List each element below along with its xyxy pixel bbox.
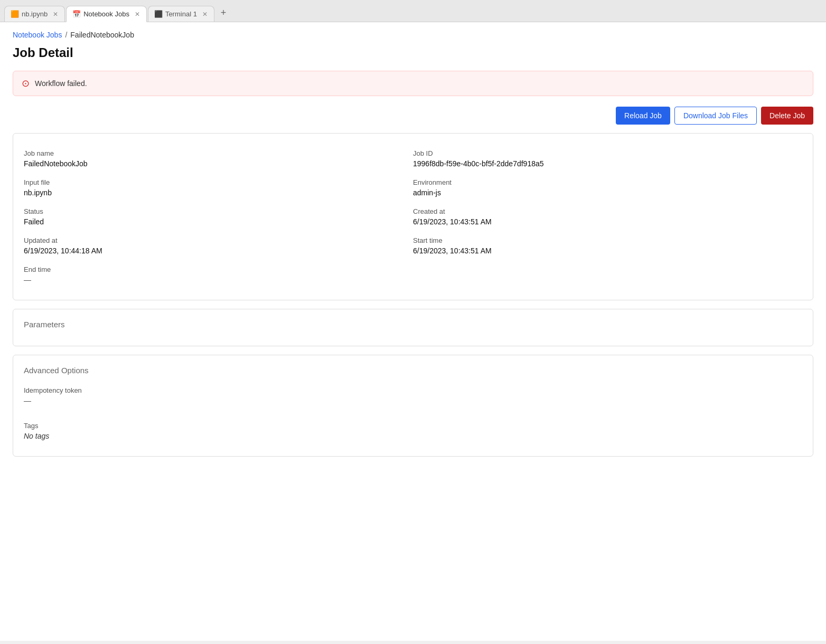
terminal-tab-icon: ⬛ [155,11,162,18]
page-title: Job Detail [0,43,826,71]
jobs-tab-label: Notebook Jobs [83,10,129,18]
breadcrumb: Notebook Jobs / FailedNotebookJob [0,22,826,43]
nb-tab-icon: 🟧 [11,11,18,18]
input-file-item: Input file nb.ipynb [24,173,413,202]
input-file-value: nb.ipynb [24,188,413,197]
job-detail-grid: Job name FailedNotebookJob Job ID 1996f8… [24,144,802,289]
status-item: Status Failed [24,202,413,231]
empty-slot [413,260,802,289]
advanced-options-title: Advanced Options [24,366,802,375]
jobs-tab-icon: 📅 [73,11,80,18]
page-content: Notebook Jobs / FailedNotebookJob Job De… [0,22,826,641]
nb-tab-close[interactable]: ✕ [53,11,58,18]
parameters-title: Parameters [24,320,802,329]
workflow-alert: ⊙ Workflow failed. [13,71,813,96]
end-time-value: — [24,276,413,284]
job-name-value: FailedNotebookJob [24,159,413,168]
start-time-label: Start time [413,236,802,244]
input-file-label: Input file [24,178,413,186]
job-id-item: Job ID 1996f8db-f59e-4b0c-bf5f-2dde7df91… [413,144,802,173]
end-time-label: End time [24,266,413,273]
environment-label: Environment [413,178,802,186]
end-time-item: End time — [24,260,413,289]
download-job-files-button[interactable]: Download Job Files [674,107,757,125]
idempotency-token-item: Idempotency token — [24,381,802,410]
add-tab-button[interactable]: + [215,4,232,22]
job-id-label: Job ID [413,149,802,157]
tab-bar: 🟧 nb.ipynb ✕ 📅 Notebook Jobs ✕ ⬛ Termina… [0,0,826,22]
created-at-value: 6/19/2023, 10:43:51 AM [413,217,802,226]
idempotency-token-value: — [24,396,802,405]
tags-item: Tags No tags [24,416,802,446]
tags-value: No tags [24,432,802,440]
start-time-item: Start time 6/19/2023, 10:43:51 AM [413,231,802,260]
environment-value: admin-js [413,188,802,197]
updated-at-item: Updated at 6/19/2023, 10:44:18 AM [24,231,413,260]
job-name-item: Job name FailedNotebookJob [24,144,413,173]
terminal-tab-label: Terminal 1 [165,10,197,18]
tab-nb[interactable]: 🟧 nb.ipynb ✕ [4,6,65,22]
action-toolbar: Reload Job Download Job Files Delete Job [0,107,826,133]
alert-message: Workflow failed. [35,79,87,88]
advanced-options-card: Advanced Options Idempotency token — Tag… [13,355,813,457]
reload-job-button[interactable]: Reload Job [616,107,670,125]
job-name-label: Job name [24,149,413,157]
status-value: Failed [24,217,413,226]
breadcrumb-link[interactable]: Notebook Jobs [13,31,62,39]
tags-label: Tags [24,422,802,430]
job-id-value: 1996f8db-f59e-4b0c-bf5f-2dde7df918a5 [413,159,802,168]
breadcrumb-current: FailedNotebookJob [70,31,134,39]
breadcrumb-separator: / [65,31,67,39]
terminal-tab-close[interactable]: ✕ [202,11,208,18]
nb-tab-label: nb.ipynb [22,10,48,18]
updated-at-value: 6/19/2023, 10:44:18 AM [24,247,413,255]
created-at-item: Created at 6/19/2023, 10:43:51 AM [413,202,802,231]
idempotency-token-label: Idempotency token [24,386,802,394]
environment-item: Environment admin-js [413,173,802,202]
alert-icon: ⊙ [22,78,30,89]
updated-at-label: Updated at [24,236,413,244]
status-label: Status [24,207,413,215]
browser-chrome: 🟧 nb.ipynb ✕ 📅 Notebook Jobs ✕ ⬛ Termina… [0,0,826,22]
delete-job-button[interactable]: Delete Job [761,107,813,125]
job-detail-card: Job name FailedNotebookJob Job ID 1996f8… [13,133,813,300]
parameters-card: Parameters [13,309,813,346]
tab-terminal[interactable]: ⬛ Terminal 1 ✕ [148,6,214,22]
jobs-tab-close[interactable]: ✕ [135,11,140,18]
tab-notebook-jobs[interactable]: 📅 Notebook Jobs ✕ [66,6,147,22]
created-at-label: Created at [413,207,802,215]
start-time-value: 6/19/2023, 10:43:51 AM [413,247,802,255]
